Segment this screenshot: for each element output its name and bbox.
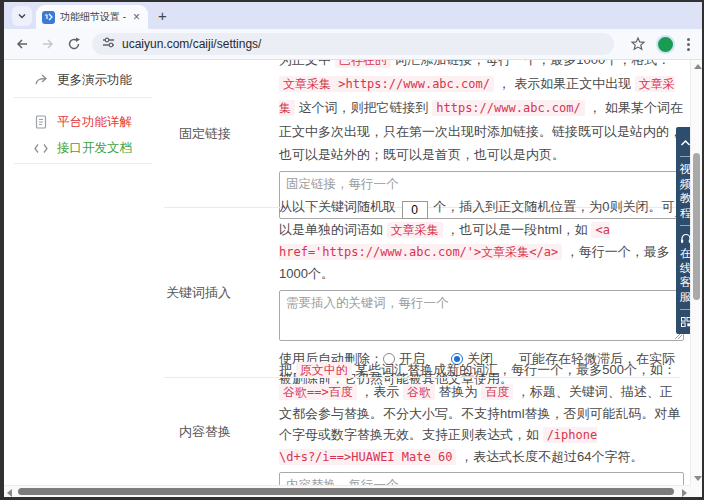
browser-window: 功能细节设置 - 自动文章采集 × + ucaiyun.com/caiji/se… xyxy=(4,2,702,497)
vertical-scrollbar[interactable] xyxy=(690,60,702,485)
inline-code: 百度 xyxy=(481,384,513,400)
inline-code: 文章采集 >https://www.abc.com/ xyxy=(279,76,494,92)
section-fixed-links: 固定链接 为正文中 已存在的 词汇添加链接，每行一个，最多1000个，格式： 文… xyxy=(160,60,684,207)
scroll-up-arrow[interactable] xyxy=(694,64,702,69)
inline-text: ，也可以是一段html，如 xyxy=(443,222,592,237)
section-keyword-insert: 关键词插入 从以下关键词随机取 个，插入到正文随机位置，为0则关闭。可以是单独的… xyxy=(160,208,684,377)
sidebar: 更多演示功能 平台功能详解 接口开发文档 xyxy=(4,60,160,485)
site-info-icon[interactable] xyxy=(102,35,115,53)
url-text[interactable]: ucaiyun.com/caiji/settings/ xyxy=(122,37,261,51)
inline-code: 谷歌 xyxy=(403,384,435,400)
vertical-scroll-thumb[interactable] xyxy=(693,153,700,300)
inline-text: 为正文中 xyxy=(279,60,335,67)
inline-text: ，表达式长度不超过64个字符。 xyxy=(456,449,643,464)
inline-text: 把 xyxy=(279,362,296,377)
inline-code: 已存在的 xyxy=(335,60,391,68)
horizontal-scroll-thumb[interactable] xyxy=(18,488,674,495)
inline-text: 某些词汇替换成新的词汇，每行一个，最多500个，如： xyxy=(352,362,676,377)
sidebar-item-label: 接口开发文档 xyxy=(57,140,132,157)
menu-kebab-icon[interactable] xyxy=(685,36,692,53)
content-replace-textarea[interactable] xyxy=(279,472,684,485)
section-label: 关键词插入 xyxy=(160,284,279,302)
browser-toolbar: ucaiyun.com/caiji/settings/ xyxy=(4,29,702,60)
forward-icon[interactable] xyxy=(40,36,56,52)
profile-avatar[interactable] xyxy=(656,35,675,54)
sidebar-item-more-demos[interactable]: 更多演示功能 xyxy=(34,68,132,92)
inline-text: 这个词，则把它链接到 xyxy=(295,100,432,115)
sidebar-divider xyxy=(14,97,152,98)
inline-text: 词汇添加链接，每行一个，最多1000个，格式： xyxy=(391,60,671,67)
sidebar-item-label: 平台功能详解 xyxy=(57,114,132,131)
scroll-right-arrow[interactable] xyxy=(682,489,687,497)
chevron-down-icon xyxy=(17,7,27,25)
inline-code: 文章采集 xyxy=(387,222,443,238)
back-icon[interactable] xyxy=(14,36,30,52)
keyword-count-input[interactable] xyxy=(402,201,428,219)
settings-form: 固定链接 为正文中 已存在的 词汇添加链接，每行一个，最多1000个，格式： 文… xyxy=(160,60,690,485)
tab-strip: 功能细节设置 - 自动文章采集 × + xyxy=(4,2,702,29)
sidebar-divider xyxy=(14,163,152,164)
scroll-down-arrow[interactable] xyxy=(694,476,702,481)
section-description: 为正文中 已存在的 词汇添加链接，每行一个，最多1000个，格式： 文章采集 >… xyxy=(279,60,684,166)
inline-text: 替换为 xyxy=(435,384,481,399)
scroll-left-arrow[interactable] xyxy=(7,489,12,497)
page: 更多演示功能 平台功能详解 接口开发文档 xyxy=(4,60,702,497)
inline-text: ， 表示如果正文中出现 xyxy=(494,76,635,91)
sidebar-item-platform-features[interactable]: 平台功能详解 xyxy=(34,110,132,134)
sidebar-item-api-docs[interactable]: 接口开发文档 xyxy=(34,136,132,160)
keywords-textarea[interactable] xyxy=(279,290,684,341)
page-content: 更多演示功能 平台功能详解 接口开发文档 xyxy=(4,60,690,485)
browser-tab[interactable]: 功能细节设置 - 自动文章采集 × xyxy=(36,5,148,29)
qrcode-icon[interactable] xyxy=(681,317,691,327)
scrollbar-corner xyxy=(690,485,702,497)
forward-arrow-icon xyxy=(34,73,48,87)
section-description: 从以下关键词随机取 个，插入到正文随机位置，为0则关闭。可以是单独的词语如 文章… xyxy=(279,196,684,285)
inline-text: ，表示 xyxy=(357,384,403,399)
code-icon xyxy=(34,141,48,155)
inline-code: 原文中的 xyxy=(296,362,352,378)
address-bar[interactable]: ucaiyun.com/caiji/settings/ xyxy=(92,33,614,55)
bookmark-star-icon[interactable] xyxy=(630,36,646,52)
tab-search-button[interactable] xyxy=(12,6,32,26)
inline-code: https://www.abc.com/ xyxy=(432,100,585,116)
inline-code: 谷歌==>百度 xyxy=(279,384,357,400)
site-favicon-icon xyxy=(42,11,55,24)
horizontal-scrollbar[interactable] xyxy=(4,485,690,497)
reload-icon[interactable] xyxy=(66,36,82,52)
section-label: 内容替换 xyxy=(160,423,279,441)
section-content-replace: 内容替换 把 原文中的 某些词汇替换成新的词汇，每行一个，最多500个，如： 谷… xyxy=(160,378,684,485)
inline-text: 从以下关键词随机取 xyxy=(279,199,400,214)
tab-title: 功能细节设置 - 自动文章采集 xyxy=(60,10,126,24)
new-tab-button[interactable]: + xyxy=(158,7,167,24)
section-label: 固定链接 xyxy=(160,125,279,143)
sidebar-item-label: 更多演示功能 xyxy=(57,72,132,89)
tab-close-button[interactable]: × xyxy=(131,10,142,24)
section-description: 把 原文中的 某些词汇替换成新的词汇，每行一个，最多500个，如： 谷歌==>百… xyxy=(279,359,684,468)
document-icon xyxy=(34,115,48,129)
